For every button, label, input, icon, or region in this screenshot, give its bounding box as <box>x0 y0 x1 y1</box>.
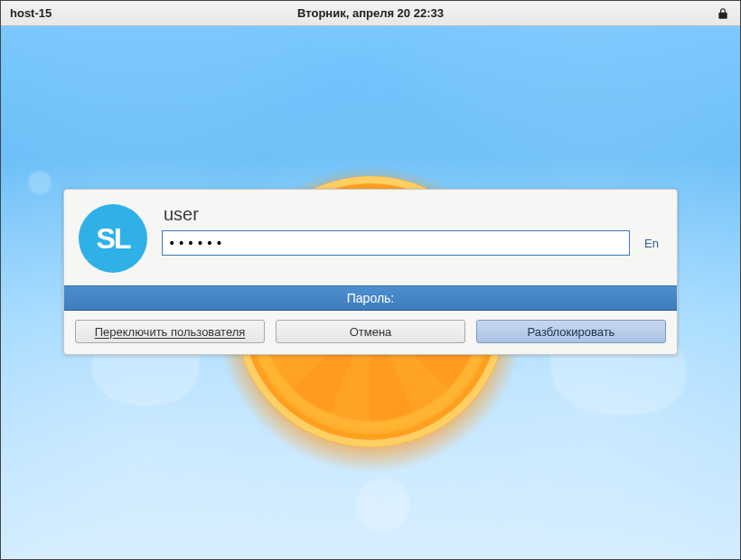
wallpaper-droplet <box>356 478 410 532</box>
top-bar: host-15 Вторник, апреля 20 22:33 <box>1 1 740 26</box>
password-prompt-label: Пароль: <box>64 285 677 311</box>
keyboard-layout-indicator[interactable]: En <box>641 237 662 250</box>
unlock-button[interactable]: Разблокировать <box>476 320 666 343</box>
lock-icon <box>717 7 729 20</box>
unlock-button-label: Разблокировать <box>528 325 615 339</box>
password-input[interactable] <box>162 230 630 256</box>
hostname-label: host-15 <box>1 6 52 20</box>
avatar: SL <box>79 204 147 273</box>
username-label: user <box>164 204 662 225</box>
button-row: Переключить пользователя Отмена Разблоки… <box>64 311 677 354</box>
switch-user-button[interactable]: Переключить пользователя <box>75 320 265 343</box>
topbar-right <box>717 7 740 20</box>
unlock-dialog: SL user En Пароль: Переключить пользоват… <box>63 189 678 355</box>
wallpaper-droplet <box>28 171 52 194</box>
switch-user-button-label: Переключить пользователя <box>95 325 246 339</box>
cancel-button[interactable]: Отмена <box>276 320 465 343</box>
avatar-text: SL <box>97 222 130 256</box>
datetime-label: Вторник, апреля 20 22:33 <box>1 6 740 20</box>
cancel-button-label: Отмена <box>350 325 392 339</box>
lock-screen-window: host-15 Вторник, апреля 20 22:33 SL user… <box>0 0 741 560</box>
